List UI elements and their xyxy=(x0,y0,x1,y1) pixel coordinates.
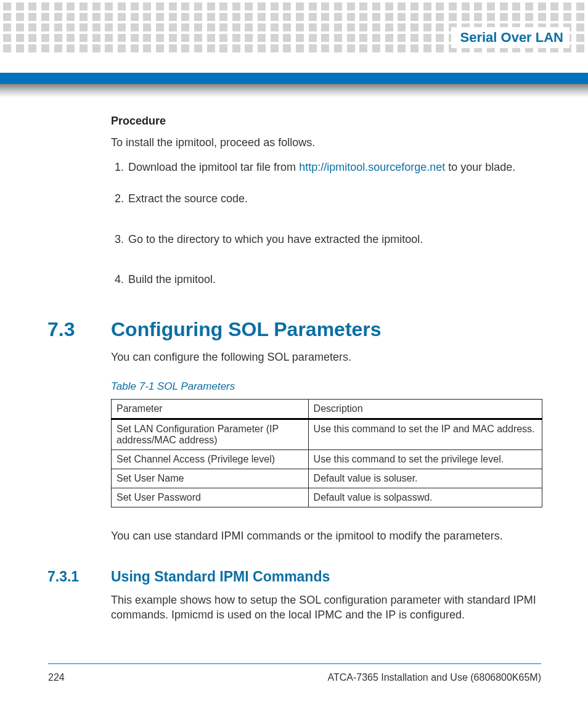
procedure-step: Build the ipmitool. xyxy=(127,272,542,287)
procedure-steps: Download the ipmitool tar file from http… xyxy=(111,160,542,287)
table-cell: Set User Name xyxy=(112,469,309,488)
table-header-row: Parameter Description xyxy=(112,400,542,419)
ipmitool-link[interactable]: http://ipmitool.sourceforge.net xyxy=(299,161,445,173)
table-caption: Table 7-1 SOL Parameters xyxy=(111,380,542,393)
subsection-title: Using Standard IPMI Commands xyxy=(111,568,330,585)
page-number: 224 xyxy=(48,672,65,683)
subsection-number: 7.3.1 xyxy=(47,568,111,585)
table-header-cell: Parameter xyxy=(112,400,309,419)
procedure-step: Extract the source code. xyxy=(127,191,542,207)
section-outro: You can use standard IPMI commands or th… xyxy=(111,528,542,543)
step-text-post: to your blade. xyxy=(445,161,515,173)
header-gray-wedge xyxy=(0,84,588,97)
sol-parameters-table: Parameter Description Set LAN Configurat… xyxy=(111,399,542,507)
table-row: Set Channel Access (Privilege level) Use… xyxy=(112,450,542,469)
step-text: Go to the directory to which you have ex… xyxy=(128,233,423,245)
table-cell: Default value is solpasswd. xyxy=(308,488,542,507)
section-number: 7.3 xyxy=(47,318,111,341)
section-title: Configuring SOL Parameters xyxy=(111,318,382,341)
table-cell: Set User Password xyxy=(112,488,309,507)
table-header-cell: Description xyxy=(308,400,542,419)
procedure-step: Download the ipmitool tar file from http… xyxy=(127,160,542,175)
step-text-pre: Download the ipmitool tar file from xyxy=(128,161,299,173)
procedure-step: Go to the directory to which you have ex… xyxy=(127,232,542,247)
chapter-title-wrap: Serial Over LAN xyxy=(451,27,570,48)
table-row: Set User Name Default value is soluser. xyxy=(112,469,542,488)
procedure-heading: Procedure xyxy=(111,115,542,128)
section-intro: You can configure the following SOL para… xyxy=(111,350,542,364)
table-cell: Default value is soluser. xyxy=(308,469,542,488)
step-text: Extract the source code. xyxy=(128,192,248,205)
step-text: Build the ipmitool. xyxy=(128,273,216,285)
subsection-body: This example shows how to setup the SOL … xyxy=(111,593,542,623)
table-row: Set LAN Configuration Parameter (IP addr… xyxy=(112,419,542,450)
procedure-intro: To install the ipmitool, proceed as foll… xyxy=(111,135,542,150)
table-cell: Use this command to set the IP and MAC a… xyxy=(308,419,542,450)
footer-rule xyxy=(48,663,541,664)
main-content: Procedure To install the ipmitool, proce… xyxy=(111,115,542,632)
section-heading-row: 7.3 Configuring SOL Parameters xyxy=(47,318,542,341)
page-footer: 224 ATCA-7365 Installation and Use (6806… xyxy=(48,672,541,683)
table-cell: Set Channel Access (Privilege level) xyxy=(112,450,309,469)
chapter-title: Serial Over LAN xyxy=(451,27,570,48)
table-cell: Use this command to set the privilege le… xyxy=(308,450,542,469)
subsection-heading-row: 7.3.1 Using Standard IPMI Commands xyxy=(47,568,542,585)
table-cell: Set LAN Configuration Parameter (IP addr… xyxy=(112,419,309,450)
table-row: Set User Password Default value is solpa… xyxy=(112,488,542,507)
doc-id: ATCA-7365 Installation and Use (6806800K… xyxy=(327,672,541,683)
header-blue-bar xyxy=(0,73,588,84)
